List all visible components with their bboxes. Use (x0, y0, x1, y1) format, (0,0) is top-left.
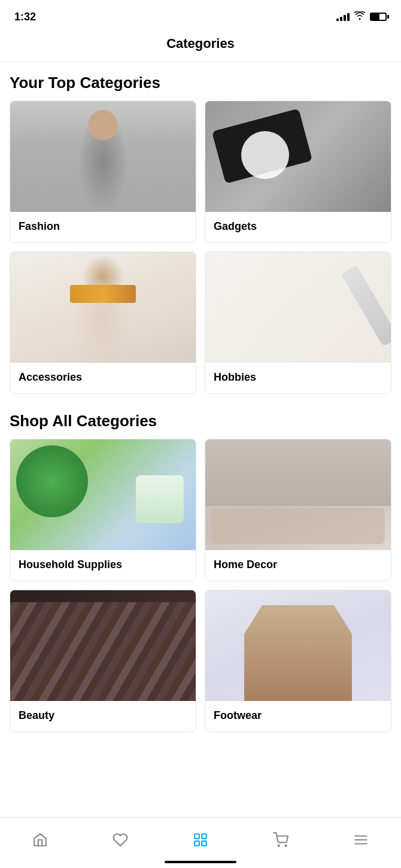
main-content: Your Top Categories Fashion Gadgets Acce… (0, 62, 401, 798)
menu-icon (353, 831, 369, 848)
category-card-beauty[interactable]: Beauty (10, 590, 196, 732)
cart-icon (272, 831, 289, 848)
battery-icon (370, 13, 387, 21)
status-time: 1:32 (14, 11, 36, 23)
nav-item-menu[interactable] (343, 827, 379, 853)
svg-point-4 (278, 845, 280, 846)
svg-point-5 (285, 845, 287, 846)
homedecor-label: Home Decor (205, 550, 391, 581)
nav-item-wishlist[interactable] (102, 827, 138, 853)
category-card-footwear[interactable]: Footwear (205, 590, 391, 732)
grid-icon (192, 831, 209, 848)
gadgets-image (205, 101, 391, 212)
beauty-image (10, 590, 196, 701)
household-label: Household Supplies (10, 550, 196, 581)
svg-rect-2 (195, 841, 199, 846)
home-icon (32, 831, 48, 848)
category-card-hobbies[interactable]: Hobbies (205, 251, 391, 394)
beauty-label: Beauty (10, 701, 196, 732)
svg-rect-3 (202, 841, 206, 846)
category-card-accessories[interactable]: Accessories (10, 251, 196, 394)
household-image (10, 439, 196, 550)
all-categories-heading: Shop All Categories (10, 400, 391, 439)
nav-item-home[interactable] (22, 827, 58, 853)
gadgets-label: Gadgets (205, 212, 391, 242)
home-indicator (165, 861, 236, 863)
category-card-homedecor[interactable]: Home Decor (205, 439, 391, 581)
status-bar: 1:32 (0, 0, 401, 30)
nav-item-cart[interactable] (263, 827, 299, 853)
footwear-image (205, 590, 391, 701)
footwear-label: Footwear (205, 701, 391, 732)
bottom-nav (0, 817, 401, 868)
svg-rect-0 (195, 834, 199, 839)
signal-icon (336, 13, 350, 21)
accessories-label: Accessories (10, 363, 196, 393)
wifi-icon (354, 11, 365, 22)
nav-item-categories[interactable] (183, 827, 218, 853)
hobbies-label: Hobbies (205, 363, 391, 393)
homedecor-image (205, 439, 391, 550)
top-categories-heading: Your Top Categories (10, 62, 391, 101)
heart-icon (112, 831, 129, 848)
status-icons (336, 11, 387, 22)
fashion-image (10, 101, 196, 212)
all-categories-grid: Household Supplies Home Decor Beauty Foo… (10, 439, 391, 732)
hobbies-image (205, 252, 391, 363)
top-categories-grid: Fashion Gadgets Accessories Hobbies (10, 101, 391, 394)
fashion-label: Fashion (10, 212, 196, 242)
category-card-fashion[interactable]: Fashion (10, 101, 196, 243)
page-header: Categories (0, 30, 401, 62)
category-card-household[interactable]: Household Supplies (10, 439, 196, 581)
category-card-gadgets[interactable]: Gadgets (205, 101, 391, 243)
accessories-image (10, 252, 196, 363)
svg-rect-1 (202, 834, 206, 839)
page-title: Categories (0, 36, 401, 51)
